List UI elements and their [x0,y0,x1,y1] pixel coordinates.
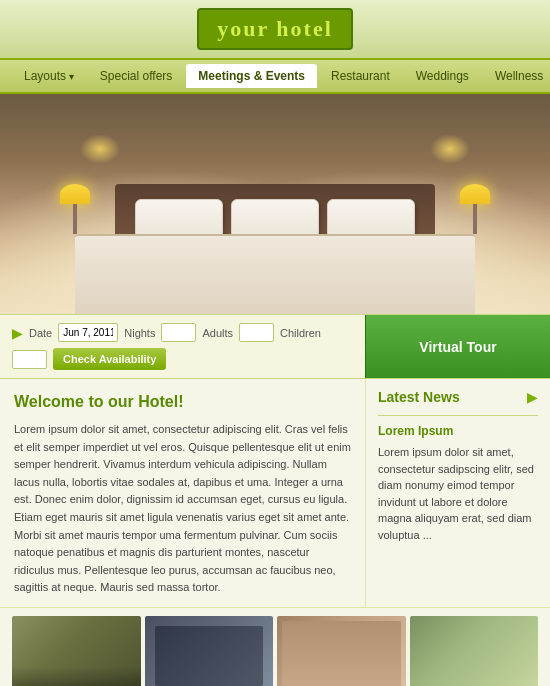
pillow-left [135,199,223,239]
wall-light-right [430,134,470,164]
nights-label: Nights [124,327,155,339]
news-item-text: Lorem ipsum dolor sit amet, consectetur … [378,444,538,543]
adults-label: Adults [202,327,233,339]
bed-surface [75,234,475,314]
latest-news-header: Latest News ▶ [378,389,538,405]
hero-image [0,94,550,314]
welcome-title: Welcome to our Hotel! [14,393,351,411]
news-item-title: Lorem Ipsum [378,424,538,438]
right-column: Latest News ▶ Lorem Ipsum Lorem ipsum do… [365,379,550,607]
bed-pillows [135,199,415,239]
nav-item-restaurant[interactable]: Restaurant [319,64,402,88]
nav-item-special-offers[interactable]: Special offers [88,64,185,88]
check-availability-button[interactable]: Check Availability [53,348,166,370]
date-input[interactable] [58,323,118,342]
nav-item-wellness[interactable]: Wellness [483,64,550,88]
lamp-right [460,184,490,234]
navbar: Layouts Special offers Meetings & Events… [0,60,550,94]
gallery-thumb-1[interactable]: www.heritagechristiancollege... [12,616,141,686]
adults-input[interactable] [239,323,274,342]
thumb-2-inner [155,626,264,686]
logo-box: your hotel [197,8,353,50]
gallery: www.heritagechristiancollege... [0,607,550,686]
lamp-pole-left [73,204,77,234]
news-divider [378,415,538,416]
booking-virtual-row: ▶ Date Nights Adults Children Check Avai… [0,314,550,379]
pillow-center [231,199,319,239]
nav-item-weddings[interactable]: Weddings [404,64,481,88]
children-input[interactable] [12,350,47,369]
left-column: Welcome to our Hotel! Lorem ipsum dolor … [0,379,365,607]
wall-light-left [80,134,120,164]
lamp-pole-right [473,204,477,234]
nav-item-layouts[interactable]: Layouts [12,64,86,88]
virtual-tour-label: Virtual Tour [419,339,496,355]
latest-news-title: Latest News [378,389,460,405]
news-item: Lorem Ipsum Lorem ipsum dolor sit amet, … [378,424,538,543]
logo-text: your hotel [217,16,333,41]
welcome-text: Lorem ipsum dolor sit amet, consectetur … [14,421,351,597]
lamp-shade-right [460,184,490,204]
children-label: Children [280,327,321,339]
main-content: Welcome to our Hotel! Lorem ipsum dolor … [0,379,550,607]
thumb-3-inner [282,621,401,686]
header: your hotel [0,0,550,60]
pillow-right [327,199,415,239]
gallery-thumb-4[interactable] [410,616,539,686]
gallery-thumb-3[interactable] [277,616,406,686]
gallery-thumb-2[interactable] [145,616,274,686]
play-icon[interactable]: ▶ [12,325,23,341]
news-arrow-icon[interactable]: ▶ [527,389,538,405]
lamp-left [60,184,90,234]
virtual-tour-button[interactable]: Virtual Tour [365,315,550,378]
booking-section: ▶ Date Nights Adults Children Check Avai… [0,315,365,378]
lamp-shade-left [60,184,90,204]
nights-input[interactable] [161,323,196,342]
nav-item-meetings-events[interactable]: Meetings & Events [186,64,317,88]
date-label: Date [29,327,52,339]
